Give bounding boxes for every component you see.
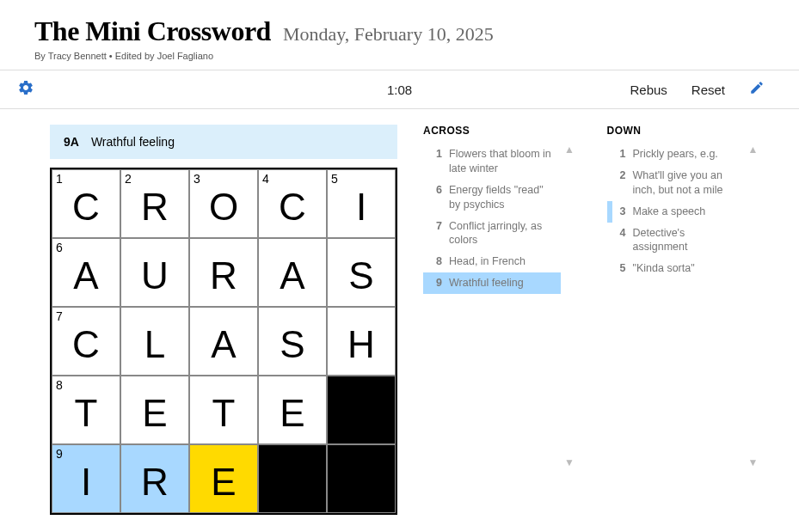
cell-number: 5 xyxy=(331,172,338,186)
clue-number: 9 xyxy=(430,276,442,290)
grid-cell[interactable]: R xyxy=(189,238,258,307)
byline: By Tracy Bennett • Edited by Joel Faglia… xyxy=(34,51,765,61)
crossword-grid[interactable]: 1C2R3O4C5I6AURAS7CLASH8TETE9IRE xyxy=(50,168,397,515)
grid-cell xyxy=(327,376,396,444)
clue-item[interactable]: 6Energy fields "read" by psychics xyxy=(423,180,561,216)
clue-number: 6 xyxy=(430,183,442,212)
across-clue-list: 1Flowers that bloom in late winter6Energ… xyxy=(423,144,561,470)
down-block: DOWN 1Prickly pears, e.g.2What'll give y… xyxy=(607,125,765,470)
clue-text: What'll give you an inch, but not a mile xyxy=(633,168,740,198)
grid-cell[interactable]: 6A xyxy=(52,238,120,307)
grid-cell xyxy=(327,444,396,513)
grid-cell[interactable]: 9I xyxy=(52,444,120,513)
clue-number: 1 xyxy=(614,147,626,162)
cell-number: 1 xyxy=(56,172,63,186)
cell-letter: I xyxy=(356,188,366,226)
cell-letter: T xyxy=(75,394,98,432)
cell-number: 3 xyxy=(194,172,200,186)
clue-text: Make a speech xyxy=(633,205,740,219)
clue-number: 1 xyxy=(430,147,442,176)
grid-cell[interactable]: S xyxy=(327,238,396,307)
timer[interactable]: 1:08 xyxy=(387,83,412,97)
cell-letter: I xyxy=(81,463,91,501)
puzzle-column: 9A Wrathful feeling 1C2R3O4C5I6AURAS7CLA… xyxy=(50,125,397,515)
grid-cell[interactable]: R xyxy=(120,444,189,513)
cell-number: 7 xyxy=(56,309,63,323)
cell-number: 9 xyxy=(56,447,63,461)
down-scroll: ▲ ▼ xyxy=(745,144,762,470)
grid-cell[interactable]: 8T xyxy=(52,376,120,444)
grid-cell[interactable]: E xyxy=(189,444,258,513)
cell-letter: S xyxy=(348,257,373,295)
cell-letter: O xyxy=(209,188,238,226)
cell-letter: A xyxy=(73,257,98,295)
cell-letter: R xyxy=(141,188,169,226)
grid-cell[interactable]: U xyxy=(120,238,189,307)
down-heading: DOWN xyxy=(607,125,765,137)
grid-cell[interactable]: E xyxy=(258,376,327,444)
clue-text: Conflict jarringly, as colors xyxy=(449,219,556,248)
grid-cell[interactable]: 5I xyxy=(327,169,396,238)
clue-item[interactable]: 3Make a speech xyxy=(607,201,745,223)
cell-number: 6 xyxy=(56,241,63,254)
cell-letter: L xyxy=(144,326,165,364)
reset-button[interactable]: Reset xyxy=(691,83,725,97)
grid-cell[interactable]: 2R xyxy=(120,169,189,238)
clue-item[interactable]: 8Head, in French xyxy=(423,251,561,272)
cell-letter: E xyxy=(211,463,236,501)
grid-cell[interactable]: 4C xyxy=(258,169,327,238)
clue-item[interactable]: 1Prickly pears, e.g. xyxy=(607,144,745,165)
clue-number: 4 xyxy=(614,226,626,255)
chevron-up-icon[interactable]: ▲ xyxy=(564,144,575,156)
grid-cell[interactable]: 7C xyxy=(52,307,120,376)
chevron-up-icon[interactable]: ▲ xyxy=(748,144,759,156)
gear-icon[interactable] xyxy=(17,79,34,100)
grid-cell[interactable]: 1C xyxy=(52,169,120,238)
grid-cell[interactable]: E xyxy=(120,376,189,444)
cell-letter: H xyxy=(347,326,375,364)
clue-item[interactable]: 9Wrathful feeling xyxy=(423,272,561,294)
cell-letter: R xyxy=(210,257,237,295)
clues-column: ACROSS 1Flowers that bloom in late winte… xyxy=(423,125,765,470)
clue-number: 2 xyxy=(614,168,626,198)
clue-text: Detective's assignment xyxy=(633,226,740,255)
cell-number: 4 xyxy=(262,172,269,186)
toolbar: 1:08 Rebus Reset xyxy=(0,70,799,109)
grid-cell[interactable]: 3O xyxy=(189,169,258,238)
clue-number: 7 xyxy=(430,219,442,248)
current-clue-number: 9A xyxy=(64,135,79,149)
down-clue-list: 1Prickly pears, e.g.2What'll give you an… xyxy=(607,144,745,470)
cell-number: 2 xyxy=(125,172,132,186)
main-area: 9A Wrathful feeling 1C2R3O4C5I6AURAS7CLA… xyxy=(0,109,799,532)
clue-text: Flowers that bloom in late winter xyxy=(449,147,556,176)
grid-cell xyxy=(258,444,327,513)
grid-cell[interactable]: H xyxy=(327,307,396,376)
grid-cell[interactable]: A xyxy=(189,307,258,376)
clue-item[interactable]: 2What'll give you an inch, but not a mil… xyxy=(607,165,745,201)
rebus-button[interactable]: Rebus xyxy=(630,83,667,97)
grid-cell[interactable]: A xyxy=(258,238,327,307)
cell-letter: E xyxy=(142,394,167,432)
cell-letter: A xyxy=(211,326,236,364)
chevron-down-icon[interactable]: ▼ xyxy=(748,456,759,468)
clue-item[interactable]: 4Detective's assignment xyxy=(607,223,745,259)
cell-letter: A xyxy=(280,257,304,295)
current-clue-text: Wrathful feeling xyxy=(91,135,175,149)
cell-letter: C xyxy=(279,188,306,226)
current-clue-bar[interactable]: 9A Wrathful feeling xyxy=(50,125,397,159)
clue-text: Energy fields "read" by psychics xyxy=(449,183,556,212)
chevron-down-icon[interactable]: ▼ xyxy=(564,456,575,468)
clue-text: Prickly pears, e.g. xyxy=(633,147,740,162)
pencil-icon[interactable] xyxy=(749,80,765,99)
clue-item[interactable]: 7Conflict jarringly, as colors xyxy=(423,216,561,252)
clue-text: Head, in French xyxy=(449,254,556,269)
across-scroll: ▲ ▼ xyxy=(561,144,578,470)
clue-number: 3 xyxy=(614,205,626,219)
grid-cell[interactable]: S xyxy=(258,307,327,376)
clue-item[interactable]: 5"Kinda sorta" xyxy=(607,258,745,279)
grid-cell[interactable]: T xyxy=(189,376,258,444)
clue-item[interactable]: 1Flowers that bloom in late winter xyxy=(423,144,561,180)
cell-letter: E xyxy=(280,394,304,432)
grid-cell[interactable]: L xyxy=(120,307,189,376)
cell-letter: T xyxy=(212,394,236,432)
